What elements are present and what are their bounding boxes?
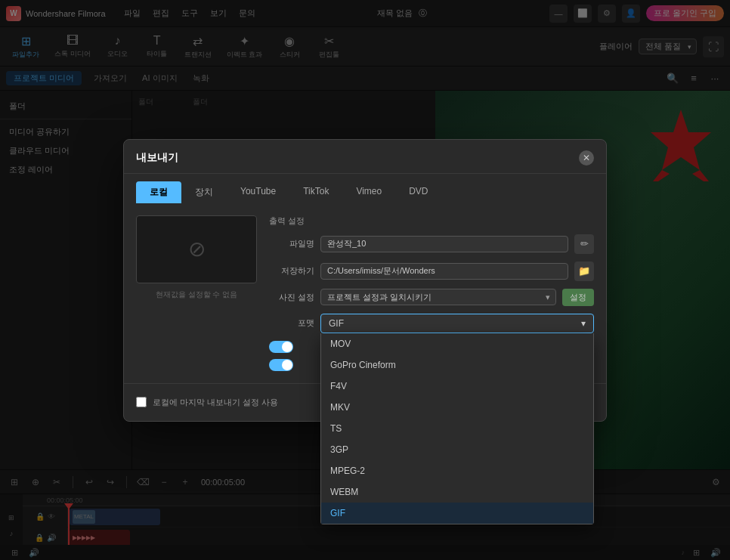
settings-section-title: 출력 설정	[269, 215, 594, 227]
format-row: 포맷 GIF ▾ MOV GoPro Cineform F4V MKV TS	[269, 314, 594, 333]
dialog-title: 내보내기	[136, 151, 178, 165]
tab-tiktok[interactable]: TikTok	[289, 181, 342, 203]
format-option-gif[interactable]: GIF	[321, 503, 593, 524]
preview-thumbnail: ⊘	[136, 215, 257, 283]
preset-label: 사진 설정	[269, 292, 314, 303]
format-option-3gp[interactable]: 3GP	[321, 439, 593, 460]
toggle-1[interactable]	[269, 341, 293, 353]
preset-select-wrapper: 프로젝트 설정과 일치시키기	[320, 289, 556, 305]
filename-row: 파일명 ✏	[269, 234, 594, 254]
tab-device[interactable]: 장치	[181, 181, 227, 203]
format-selected-value: GIF	[329, 318, 344, 329]
format-label: 포맷	[269, 317, 314, 329]
tab-local[interactable]: 로컬	[136, 181, 181, 203]
filename-edit-button[interactable]: ✏	[574, 234, 594, 254]
format-option-ts[interactable]: TS	[321, 418, 593, 439]
tab-dvd[interactable]: DVD	[395, 181, 441, 203]
dialog-tabs: 로컬 장치 YouTube TikTok Vimeo DVD	[124, 174, 606, 203]
dialog-overlay: 내보내기 ✕ 로컬 장치 YouTube TikTok Vimeo DVD ⊘ …	[0, 0, 730, 560]
preset-select[interactable]: 프로젝트 설정과 일치시키기	[320, 289, 556, 305]
dialog-header: 내보내기 ✕	[124, 140, 606, 174]
format-option-mpeg2[interactable]: MPEG-2	[321, 460, 593, 481]
format-dropdown-list: MOV GoPro Cineform F4V MKV TS 3GP MPEG-2…	[320, 333, 594, 524]
preset-row: 사진 설정 프로젝트 설정과 일치시키기 설정	[269, 289, 594, 306]
filename-label: 파일명	[269, 238, 314, 249]
format-option-f4v[interactable]: F4V	[321, 376, 593, 397]
dialog-close-button[interactable]: ✕	[579, 150, 594, 166]
footer-checkbox-label: 로컬에 마지막 내보내기 설정 사용	[153, 397, 278, 408]
savepath-label: 저장하기	[269, 265, 314, 277]
format-dropdown-button[interactable]: GIF ▾	[320, 314, 594, 333]
savepath-row: 저장하기 📁	[269, 261, 594, 281]
dialog-settings: 출력 설정 파일명 ✏ 저장하기 📁 사진 설정	[269, 215, 594, 371]
savepath-input[interactable]	[320, 263, 568, 280]
preview-note: 현재값을 설정할 수 없음	[136, 289, 257, 300]
dialog-body: ⊘ 현재값을 설정할 수 없음 출력 설정 파일명 ✏ 저장하기 📁	[124, 203, 606, 383]
filename-input[interactable]	[320, 236, 568, 252]
format-dropdown-chevron: ▾	[581, 318, 586, 329]
tab-vimeo[interactable]: Vimeo	[342, 181, 395, 203]
format-option-mkv[interactable]: MKV	[321, 397, 593, 418]
format-option-mov[interactable]: MOV	[321, 333, 593, 354]
format-option-gopro[interactable]: GoPro Cineform	[321, 354, 593, 376]
format-option-webm[interactable]: WEBM	[321, 481, 593, 503]
dialog-preview: ⊘ 현재값을 설정할 수 없음	[136, 215, 257, 371]
footer-checkbox[interactable]	[136, 397, 147, 407]
preset-settings-button[interactable]: 설정	[562, 289, 594, 306]
savepath-browse-button[interactable]: 📁	[574, 261, 594, 281]
export-dialog: 내보내기 ✕ 로컬 장치 YouTube TikTok Vimeo DVD ⊘ …	[123, 139, 607, 422]
tab-youtube[interactable]: YouTube	[227, 181, 289, 203]
format-dropdown-wrapper: GIF ▾ MOV GoPro Cineform F4V MKV TS 3GP …	[320, 314, 594, 333]
toggle-2[interactable]	[269, 359, 293, 371]
